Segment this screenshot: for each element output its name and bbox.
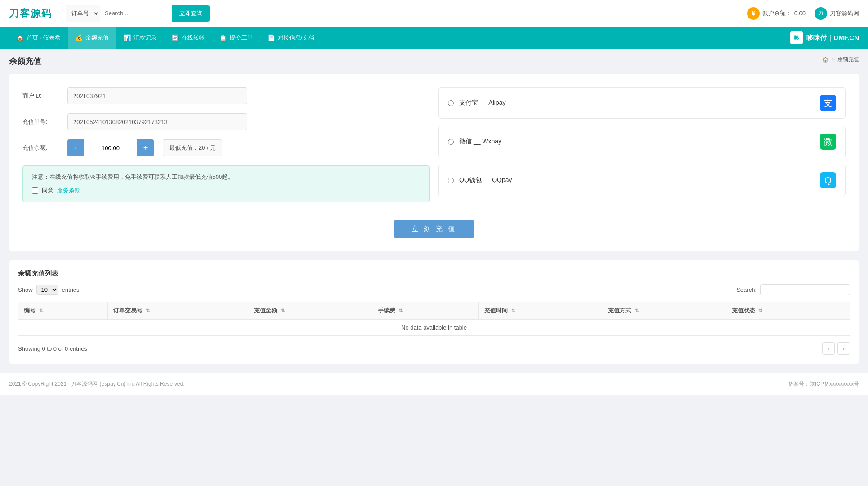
merchant-id-row: 商户ID: [22, 87, 430, 104]
col-method-label: 充值方式 [608, 307, 631, 314]
transfer-icon: 🔄 [171, 34, 179, 41]
breadcrumb-current: 余额充值 [837, 56, 859, 63]
col-status-label: 充值状态 [732, 307, 755, 314]
sort-icon-amount: ⇅ [281, 308, 285, 313]
docs-icon: 📄 [267, 34, 275, 41]
wechat-icon: 微 [820, 134, 836, 150]
navigation: 🏠 首页 · 仪表盘 💰 余额充值 📊 汇款记录 🔄 在线转帐 📋 提交工单 📄… [0, 27, 868, 49]
nav-item-submit[interactable]: 📋 提交工单 [212, 27, 260, 49]
prev-page-button[interactable]: ‹ [822, 342, 835, 355]
nav-transfer-label: 在线转帐 [182, 34, 205, 42]
entries-label: entries [62, 286, 80, 293]
icp-text: 备案号：陕ICP备xxxxxxxxx号 [788, 380, 859, 388]
nav-item-dashboard[interactable]: 🏠 首页 · 仪表盘 [9, 27, 68, 49]
col-amount-label: 充值金额 [254, 307, 277, 314]
dmf-logo: 哆 哆咪付｜DMF.CN [790, 31, 859, 44]
col-status[interactable]: 充值状态 ⇅ [726, 302, 850, 320]
alipay-radio[interactable] [448, 100, 454, 106]
col-fee-label: 手续费 [378, 307, 395, 314]
site-name: 刀 刀客源码网 [815, 7, 859, 20]
payment-option-alipay[interactable]: 支付宝 __ Alipay 支 [438, 87, 846, 119]
notice-text: 注意：在线充值将收取%手续费用，免手续费可联系人工加款最低充值500起。 [32, 173, 420, 181]
col-transaction-id[interactable]: 订单交易号 ⇅ [107, 302, 248, 320]
table-title: 余额充值列表 [18, 269, 850, 278]
dmf-label: 哆咪付｜DMF.CN [806, 34, 859, 42]
search-type-select[interactable]: 订单号 [66, 5, 100, 22]
recharge-no-input [67, 113, 247, 130]
amount-input[interactable] [84, 139, 137, 156]
recharge-table: 编号 ⇅ 订单交易号 ⇅ 充值金额 ⇅ 手续费 ⇅ [18, 302, 850, 336]
nav-item-remittance[interactable]: 📊 汇款记录 [116, 27, 164, 49]
nav-item-transfer[interactable]: 🔄 在线转帐 [164, 27, 212, 49]
sort-icon-fee: ⇅ [399, 308, 403, 313]
agree-checkbox[interactable] [32, 187, 38, 194]
table-search-input[interactable] [760, 284, 850, 295]
table-search-box: Search: [736, 284, 850, 295]
col-id-label: 编号 [24, 307, 35, 314]
qq-radio[interactable] [448, 178, 454, 183]
breadcrumb: 🏠 > 余额充值 [822, 56, 859, 63]
minus-button[interactable]: - [67, 139, 84, 156]
table-search-label: Search: [736, 286, 757, 293]
alipay-icon: 支 [820, 95, 836, 111]
sort-icon-status: ⇅ [758, 308, 762, 313]
recharge-form-layout: 商户ID: 充值单号: 充值余额: - + 最低充值：20 / 元 [22, 87, 846, 211]
balance-label: 账户余额： [762, 9, 792, 18]
page-title: 余额充值 [9, 56, 859, 67]
recharge-table-card: 余额充值列表 Show 10 25 50 entries Search: [9, 260, 859, 364]
agree-label: 同意 [42, 187, 53, 195]
header-right: ¥ 账户余额： 0.00 刀 刀客源码网 [747, 7, 859, 20]
pagination: ‹ › [822, 342, 850, 355]
breadcrumb-home[interactable]: 🏠 [822, 57, 829, 63]
col-method[interactable]: 充值方式 ⇅ [602, 302, 726, 320]
payment-option-wechat[interactable]: 微信 __ Wxpay 微 [438, 126, 846, 157]
nav-dashboard-label: 首页 · 仪表盘 [27, 34, 61, 42]
header: 刀客源码 订单号 立即查询 ¥ 账户余额： 0.00 刀 刀客源码网 [0, 0, 868, 27]
nav-recharge-label: 余额充值 [85, 34, 109, 42]
nav-right: 哆 哆咪付｜DMF.CN [790, 31, 859, 44]
terms-link[interactable]: 服务条款 [57, 187, 80, 195]
site-icon: 刀 [815, 7, 827, 20]
notice-box: 注意：在线充值将收取%手续费用，免手续费可联系人工加款最低充值500起。 同意 … [22, 165, 430, 202]
page-footer: 2021 © CopyRight 2021 · 刀客源码网 (espay.Cn)… [0, 373, 868, 395]
col-id[interactable]: 编号 ⇅ [18, 302, 108, 320]
min-recharge-hint: 最低充值：20 / 元 [163, 139, 222, 156]
agree-row: 同意 服务条款 [32, 187, 420, 195]
qq-icon: Q [820, 172, 836, 188]
nav-item-docs[interactable]: 📄 对接信息/文档 [260, 27, 322, 49]
entries-select[interactable]: 10 25 50 [36, 285, 58, 295]
payment-options: 支付宝 __ Alipay 支 微信 __ Wxpay 微 QQ钱包 __ QQ… [438, 87, 846, 211]
recharge-amount-row: 充值余额: - + 最低充值：20 / 元 [22, 139, 430, 156]
col-fee[interactable]: 手续费 ⇅ [372, 302, 478, 320]
recharge-card: 商户ID: 充值单号: 充值余额: - + 最低充值：20 / 元 [9, 74, 859, 251]
nav-remittance-label: 汇款记录 [133, 34, 157, 42]
wechat-label: 微信 __ Wxpay [459, 138, 820, 146]
submit-icon: 📋 [219, 34, 227, 41]
col-tid-label: 订单交易号 [113, 307, 142, 314]
sort-icon-time: ⇅ [511, 308, 515, 313]
search-input[interactable] [100, 5, 172, 22]
nav-submit-label: 提交工单 [230, 34, 253, 42]
copyright-text: 2021 © CopyRight 2021 · 刀客源码网 (espay.Cn)… [9, 380, 185, 388]
payment-option-qq[interactable]: QQ钱包 __ QQpay Q [438, 165, 846, 196]
wechat-radio[interactable] [448, 139, 454, 145]
alipay-label: 支付宝 __ Alipay [459, 99, 820, 107]
table-controls: Show 10 25 50 entries Search: [18, 284, 850, 295]
qq-label: QQ钱包 __ QQpay [459, 176, 820, 184]
balance-info: ¥ 账户余额： 0.00 [747, 7, 806, 20]
search-button[interactable]: 立即查询 [172, 5, 210, 22]
show-label: Show [18, 286, 33, 293]
table-empty-row: No data available in table [18, 320, 850, 336]
no-data-message: No data available in table [18, 320, 850, 336]
merchant-id-input [67, 87, 247, 104]
amount-group: - + 最低充值：20 / 元 [67, 139, 222, 156]
nav-item-recharge[interactable]: 💰 余额充值 [68, 27, 116, 49]
sort-icon-method: ⇅ [635, 308, 639, 313]
yuan-icon: ¥ [747, 7, 760, 20]
submit-recharge-button[interactable]: 立 刻 充 值 [394, 220, 475, 238]
col-amount[interactable]: 充值金额 ⇅ [248, 302, 372, 320]
plus-button[interactable]: + [137, 139, 154, 156]
next-page-button[interactable]: › [837, 342, 850, 355]
recharge-icon: 💰 [75, 34, 83, 41]
col-time[interactable]: 充值时间 ⇅ [478, 302, 602, 320]
